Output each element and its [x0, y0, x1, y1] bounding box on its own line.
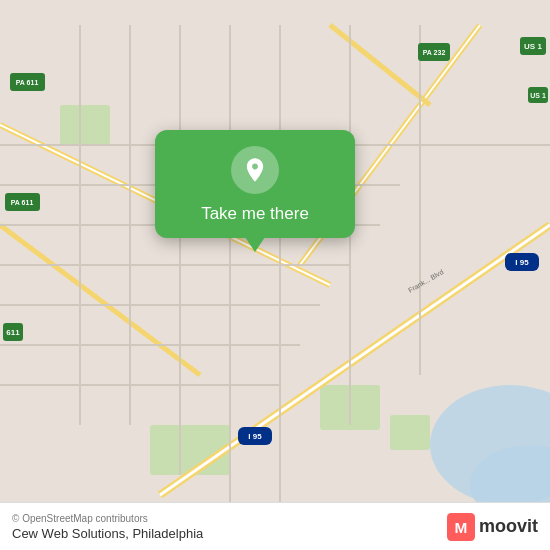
svg-text:PA 232: PA 232	[423, 49, 446, 56]
svg-text:US 1: US 1	[524, 42, 542, 51]
svg-text:PA 611: PA 611	[16, 79, 39, 86]
popup-label: Take me there	[201, 204, 309, 224]
svg-text:I 95: I 95	[515, 258, 529, 267]
svg-text:I 95: I 95	[248, 432, 262, 441]
svg-rect-5	[390, 415, 430, 450]
map-background: US 1 PA 232 PA 611 US 1 PA 611 611 I 95 …	[0, 0, 550, 550]
location-icon-wrapper	[231, 146, 279, 194]
svg-rect-3	[60, 105, 110, 145]
moovit-logo: M moovit	[447, 513, 538, 541]
moovit-icon: M	[447, 513, 475, 541]
map-container: US 1 PA 232 PA 611 US 1 PA 611 611 I 95 …	[0, 0, 550, 550]
location-pin-icon	[241, 156, 269, 184]
svg-text:PA 611: PA 611	[11, 199, 34, 206]
moovit-text: moovit	[479, 516, 538, 537]
svg-text:611: 611	[6, 328, 20, 337]
bottom-bar: © OpenStreetMap contributors Cew Web Sol…	[0, 502, 550, 550]
svg-text:US 1: US 1	[530, 92, 546, 99]
svg-text:M: M	[455, 518, 468, 535]
map-attribution: © OpenStreetMap contributors	[12, 513, 203, 524]
location-label: Cew Web Solutions, Philadelphia	[12, 526, 203, 541]
popup-card[interactable]: Take me there	[155, 130, 355, 238]
